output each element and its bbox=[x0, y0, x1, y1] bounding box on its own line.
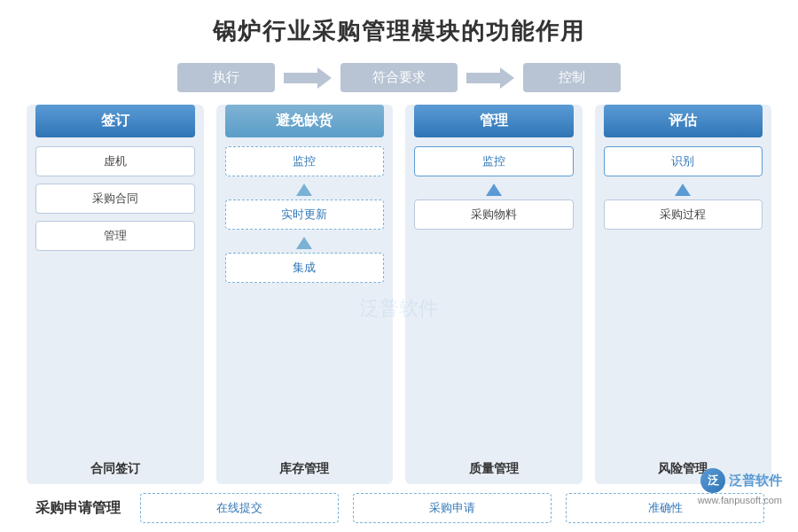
page: 锅炉行业采购管理模块的功能作用 执行 符合要求 控制 签订 虚机 采购合同 管理… bbox=[0, 0, 798, 532]
flow-item-0: 执行 bbox=[177, 63, 275, 92]
column-contract: 签订 虚机 采购合同 管理 合同签订 bbox=[27, 105, 204, 484]
svg-marker-5 bbox=[675, 184, 691, 196]
col2-header: 避免缺货 bbox=[225, 105, 385, 137]
col2-up-arrow-0 bbox=[296, 184, 312, 196]
column-inventory: 避免缺货 监控 实时更新 集成 库存管理 bbox=[216, 105, 394, 484]
bottom-item-0: 在线提交 bbox=[140, 493, 339, 523]
col1-footer: 合同签订 bbox=[90, 458, 140, 477]
bottom-row: 采购申请管理 在线提交 采购申请 准确性 bbox=[27, 493, 771, 523]
watermark-logo: 泛 泛普软件 bbox=[700, 468, 782, 493]
bottom-label: 采购申请管理 bbox=[27, 499, 133, 518]
col4-header: 评估 bbox=[604, 105, 763, 137]
col2-up-arrow-1 bbox=[296, 237, 312, 249]
bottom-item-1: 采购申请 bbox=[353, 493, 552, 523]
col3-up-arrow bbox=[486, 184, 502, 196]
col4-up-arrow bbox=[675, 184, 691, 196]
col3-item-1: 采购物料 bbox=[414, 200, 574, 230]
column-risk: 评估 识别 采购过程 风险管理 bbox=[595, 105, 772, 484]
col1-header: 签订 bbox=[35, 105, 195, 137]
svg-marker-0 bbox=[284, 67, 332, 89]
watermark-icon-text: 泛 bbox=[708, 473, 719, 489]
flow-arrow-1 bbox=[466, 66, 514, 90]
watermark: 泛 泛普软件 www.fanpusoft.com bbox=[698, 468, 782, 505]
svg-marker-2 bbox=[296, 184, 312, 196]
watermark-url: www.fanpusoft.com bbox=[698, 495, 782, 505]
col3-footer: 质量管理 bbox=[469, 458, 519, 477]
flow-arrow-0 bbox=[284, 66, 332, 90]
svg-marker-3 bbox=[296, 237, 312, 249]
col3-header: 管理 bbox=[414, 105, 574, 137]
page-title: 锅炉行业采购管理模块的功能作用 bbox=[213, 16, 585, 47]
columns-area: 签订 虚机 采购合同 管理 合同签订 避免缺货 监控 实时更新 集成 库存管理 bbox=[27, 105, 771, 484]
col2-item-2: 集成 bbox=[225, 253, 385, 283]
col3-item-0: 监控 bbox=[414, 146, 574, 176]
svg-marker-4 bbox=[486, 184, 502, 196]
svg-marker-1 bbox=[466, 67, 514, 89]
column-quality: 管理 监控 采购物料 质量管理 bbox=[405, 105, 583, 484]
flow-item-1: 符合要求 bbox=[340, 63, 458, 92]
flow-row: 执行 符合要求 控制 bbox=[177, 63, 621, 92]
watermark-icon: 泛 bbox=[700, 468, 725, 493]
flow-item-2: 控制 bbox=[523, 63, 621, 92]
col1-item-1: 采购合同 bbox=[35, 184, 195, 214]
watermark-brand: 泛普软件 bbox=[729, 473, 782, 489]
col1-item-0: 虚机 bbox=[35, 146, 195, 176]
col4-item-0: 识别 bbox=[604, 146, 763, 176]
col4-item-1: 采购过程 bbox=[604, 200, 763, 230]
col1-item-2: 管理 bbox=[35, 221, 195, 251]
col2-item-1: 实时更新 bbox=[225, 200, 385, 230]
col2-footer: 库存管理 bbox=[279, 458, 329, 477]
col2-item-0: 监控 bbox=[225, 146, 385, 176]
